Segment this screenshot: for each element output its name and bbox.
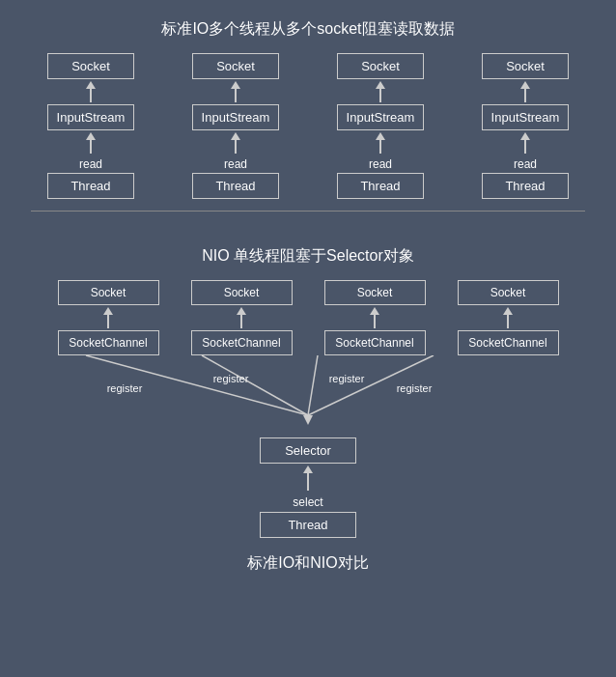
nio-channel-box-1: SocketChannel [58, 330, 159, 355]
section-divider [31, 211, 585, 212]
register-svg: register register register register [28, 355, 588, 437]
nio-arrow-4 [503, 307, 513, 328]
thread-box-1: Thread [47, 173, 134, 199]
arrow-selector-thread [303, 465, 313, 491]
arrow-socket-stream-4 [520, 81, 530, 102]
read-label-1: read [79, 157, 102, 171]
arrow-socket-stream-1 [86, 81, 96, 102]
svg-line-2 [308, 355, 318, 415]
nio-arrow-3 [370, 307, 379, 328]
socket-box-3: Socket [337, 53, 424, 79]
stdio-col-1: Socket InputStream read Thread [33, 53, 149, 199]
read-label-2: read [224, 157, 247, 171]
thread-box-2: Thread [192, 173, 279, 199]
nio-col-4: Socket SocketChannel [450, 280, 566, 355]
nio-thread-box: Thread [260, 512, 356, 538]
stdio-section: 标准IO多个线程从多个socket阻塞读取数据 Socket InputStre… [0, 10, 616, 199]
arrow-socket-stream-2 [231, 81, 240, 102]
nio-col-2: Socket SocketChannel [183, 280, 299, 355]
socket-box-1: Socket [47, 53, 134, 79]
nio-channel-box-4: SocketChannel [458, 330, 559, 355]
inputstream-box-2: InputStream [192, 104, 279, 130]
nio-col-1: Socket SocketChannel [50, 280, 166, 355]
nio-channel-box-3: SocketChannel [324, 330, 426, 355]
svg-text:register: register [329, 373, 365, 384]
nio-section: NIO 单线程阻塞于Selector对象 Socket SocketChanne… [0, 237, 616, 538]
nio-arrow-1 [103, 307, 113, 328]
socket-box-4: Socket [482, 53, 569, 79]
nio-socket-box-1: Socket [58, 280, 159, 305]
bottom-title: 标准IO和NIO对比 [247, 553, 368, 574]
inputstream-box-1: InputStream [47, 104, 134, 130]
stdio-col-3: Socket InputStream read Thread [322, 53, 438, 199]
arrow-stream-thread-1 [86, 132, 96, 154]
inputstream-box-4: InputStream [482, 104, 569, 130]
svg-text:register: register [397, 382, 433, 394]
svg-marker-4 [303, 415, 313, 425]
svg-line-1 [202, 355, 308, 415]
register-area: register register register register [28, 355, 588, 437]
nio-columns: Socket SocketChannel Socket SocketChanne… [0, 280, 616, 355]
selector-box: Selector [260, 437, 356, 464]
stdio-col-4: Socket InputStream read Thread [467, 53, 583, 199]
nio-channel-box-2: SocketChannel [191, 330, 293, 355]
arrow-socket-stream-3 [376, 81, 385, 102]
thread-box-3: Thread [337, 173, 424, 199]
inputstream-box-3: InputStream [337, 104, 424, 130]
nio-socket-box-2: Socket [191, 280, 293, 305]
nio-socket-box-4: Socket [458, 280, 559, 305]
stdio-title: 标准IO多个线程从多个socket阻塞读取数据 [161, 19, 454, 40]
nio-col-3: Socket SocketChannel [317, 280, 433, 355]
stdio-columns: Socket InputStream read Thread Socket In… [0, 53, 616, 199]
socket-box-2: Socket [192, 53, 279, 79]
nio-socket-box-3: Socket [324, 280, 426, 305]
arrow-stream-thread-2 [231, 132, 240, 154]
selector-wrap: Selector select Thread [260, 437, 356, 538]
select-label: select [293, 495, 322, 509]
nio-title: NIO 单线程阻塞于Selector对象 [202, 246, 414, 267]
svg-text:register: register [213, 373, 249, 384]
arrow-stream-thread-4 [520, 132, 530, 154]
nio-arrow-2 [237, 307, 246, 328]
stdio-col-2: Socket InputStream read Thread [178, 53, 294, 199]
read-label-4: read [514, 157, 537, 171]
svg-text:register: register [107, 382, 143, 394]
arrow-stream-thread-3 [376, 132, 385, 154]
thread-box-4: Thread [482, 173, 569, 199]
read-label-3: read [369, 157, 392, 171]
